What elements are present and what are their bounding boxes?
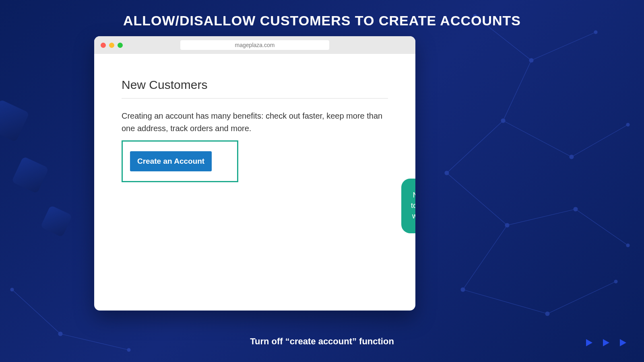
- svg-point-20: [574, 207, 578, 211]
- svg-line-1: [531, 32, 596, 60]
- svg-point-15: [501, 119, 505, 123]
- browser-titlebar: mageplaza.com: [94, 36, 415, 54]
- decorative-cube-icon: [11, 156, 49, 193]
- svg-point-28: [58, 332, 62, 336]
- decorative-cube-icon: [0, 99, 29, 142]
- svg-line-25: [12, 290, 60, 334]
- slide-headline: ALLOW/DISALLOW CUSTOMERS TO CREATE ACCOU…: [0, 13, 644, 29]
- svg-line-3: [503, 121, 572, 157]
- maximize-icon[interactable]: [118, 43, 123, 48]
- page-title: New Customers: [122, 78, 388, 92]
- svg-line-7: [507, 209, 576, 225]
- window-controls: [101, 43, 123, 48]
- svg-point-29: [127, 348, 130, 352]
- svg-line-10: [547, 282, 616, 314]
- address-bar[interactable]: mageplaza.com: [180, 40, 329, 50]
- browser-window: mageplaza.com New Customers Creating an …: [94, 36, 415, 311]
- slide-caption: Turn off “create account” function: [0, 336, 644, 347]
- svg-line-9: [463, 290, 547, 314]
- svg-point-21: [461, 288, 465, 292]
- svg-point-19: [505, 223, 509, 227]
- svg-line-11: [576, 209, 628, 245]
- page-description: Creating an account has many benefits: c…: [122, 110, 388, 135]
- svg-point-24: [626, 244, 630, 247]
- minimize-icon[interactable]: [109, 43, 114, 48]
- svg-point-18: [445, 171, 449, 175]
- svg-point-17: [626, 123, 630, 126]
- svg-point-22: [545, 312, 549, 316]
- marketing-slide: ALLOW/DISALLOW CUSTOMERS TO CREATE ACCOU…: [0, 0, 644, 362]
- svg-point-14: [594, 31, 597, 34]
- create-account-button[interactable]: Create an Account: [130, 151, 212, 171]
- svg-line-2: [503, 60, 531, 121]
- svg-point-16: [570, 155, 574, 159]
- svg-point-23: [614, 280, 617, 283]
- close-icon[interactable]: [101, 43, 106, 48]
- divider: [122, 98, 388, 99]
- feature-highlight-box: Create an Account: [122, 140, 238, 182]
- svg-line-8: [463, 225, 507, 290]
- callout-tooltip: New visitors are required to register ac…: [401, 179, 415, 233]
- svg-point-13: [529, 58, 533, 62]
- svg-line-6: [447, 173, 507, 225]
- decorative-cube-icon: [40, 205, 72, 237]
- svg-line-4: [572, 125, 628, 157]
- page-content: New Customers Creating an account has ma…: [94, 54, 415, 189]
- svg-line-5: [447, 121, 503, 173]
- svg-point-27: [10, 288, 14, 291]
